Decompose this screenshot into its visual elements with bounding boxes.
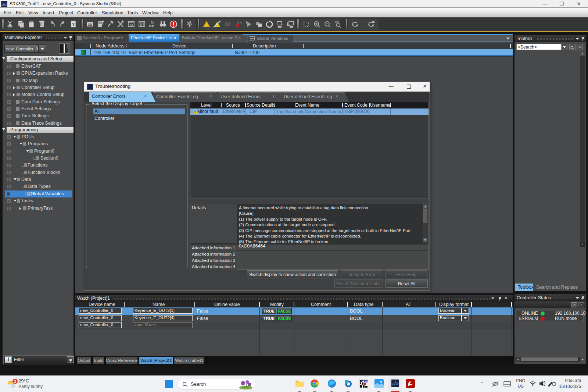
svg-text:AI: AI — [365, 380, 367, 382]
svg-text:6∂: 6∂ — [151, 21, 154, 24]
svg-text:6∂: 6∂ — [225, 21, 230, 27]
svg-text:6∂: 6∂ — [130, 24, 133, 27]
svg-text:?: ? — [72, 22, 75, 26]
svg-text:2: 2 — [14, 379, 16, 384]
svg-text:SYSMAC: SYSMAC — [1, 5, 7, 7]
svg-text:⚡: ⚡ — [204, 22, 209, 28]
svg-text:3D: 3D — [88, 23, 92, 26]
svg-text:1: 1 — [281, 22, 283, 25]
